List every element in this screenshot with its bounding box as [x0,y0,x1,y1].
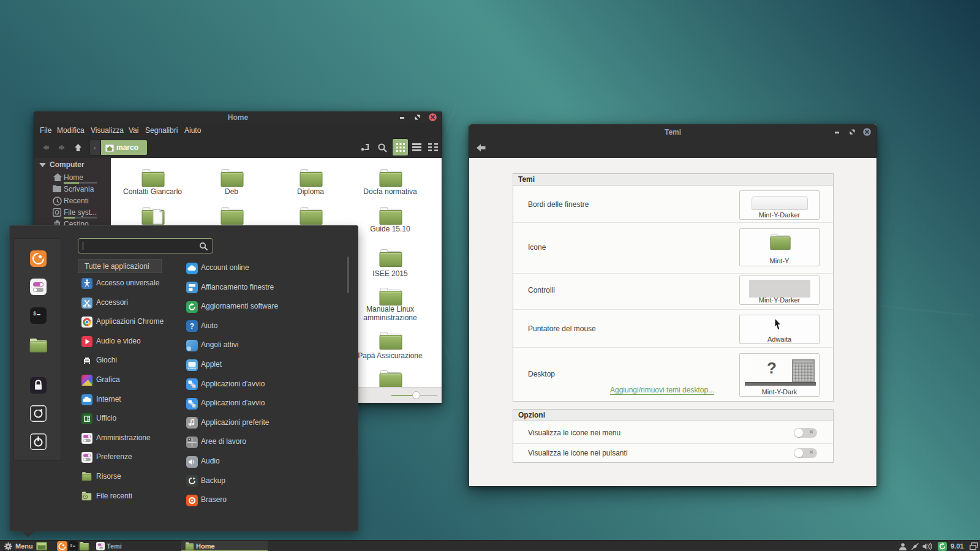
svg-text:?: ? [190,322,194,331]
svg-text:$: $ [70,544,73,548]
svg-text:$: $ [33,311,37,317]
